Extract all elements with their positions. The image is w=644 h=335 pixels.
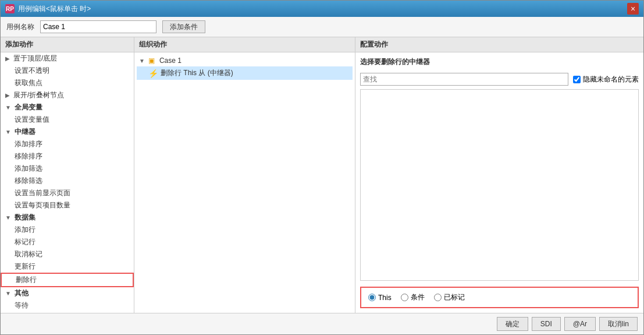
tree-item-unmark-row[interactable]: 取消标记 [1,248,134,260]
add-condition-button[interactable]: 添加条件 [162,20,205,33]
action-delete-row-item[interactable]: ⚡ 删除行 This 从 (中继器) [137,66,353,80]
tree-item-label: 添加行 [15,225,35,235]
tree-item-set-var[interactable]: 设置变量值 [1,114,134,126]
tree-item-label: 删除行 [16,275,37,285]
tree-item-remove-filter[interactable]: 移除筛选 [1,175,134,187]
hide-unnamed-checkbox[interactable] [573,76,581,83]
radio-marked[interactable] [434,294,442,301]
tree-item-delete-row[interactable]: 删除行 [1,273,134,287]
hide-unnamed-checkbox-label[interactable]: 隐藏未命名的元素 [573,75,639,84]
group-label: 数据集 [15,213,35,223]
radio-this-text: This [378,294,392,302]
tree-item-label: 置于顶层/底层 [13,54,57,64]
radio-condition[interactable] [401,294,408,301]
case-name-label: 用例名称 [6,22,34,32]
tree-item-label: 设置当前显示页面 [15,188,70,198]
tree-item-expand-collapse[interactable]: ▶ 展开/折叠树节点 [1,89,134,101]
tree-item-add-sort[interactable]: 添加排序 [1,138,134,150]
tree-item-opacity[interactable]: 设置不透明 [1,65,134,77]
middle-panel-header: 组织动作 [134,37,355,52]
tree-group-others[interactable]: ▼ 其他 [1,287,134,299]
tree-item-add-filter[interactable]: 添加筛选 [1,163,134,175]
collapse-icon: ▼ [5,129,11,135]
ar-button[interactable]: @Ar [564,317,596,331]
search-input[interactable] [360,73,568,86]
right-panel: 配置动作 选择要删除行的中继器 隐藏未命名的元素 This [355,37,643,313]
tree-group-dataset[interactable]: ▼ 数据集 [1,211,134,224]
toolbar: 用例名称 添加条件 [1,17,643,37]
bottom-bar: 确定 SDI @Ar 取消lin [1,313,643,334]
folder-icon: ▣ [148,57,155,65]
tree-item-label: 移除排序 [15,151,42,161]
tree-item-label: 展开/折叠树节点 [13,90,64,100]
tree-item-label: 设置每页项目数量 [15,200,70,210]
cancel-button[interactable]: 取消lin [599,317,638,331]
tree-item-top-layer[interactable]: ▶ 置于顶层/底层 [1,52,134,65]
collapse-icon: ▼ [5,214,11,221]
tree-group-relay[interactable]: ▼ 中继器 [1,126,134,138]
tree-item-set-page[interactable]: 设置当前显示页面 [1,187,134,199]
tree-item-wait[interactable]: 等待 [1,299,134,312]
tree-item-label: 设置不透明 [15,66,49,76]
tree-item-label: 等待 [15,301,29,311]
tree-item-label: 添加排序 [15,139,42,149]
tree-item-mark-row[interactable]: 标记行 [1,236,134,248]
main-window: RP 用例编辑<鼠标单击 时> × 用例名称 添加条件 添加动作 ▶ 置于顶层/… [0,0,644,335]
tree-item-label: 获取焦点 [15,78,42,88]
title-bar-text: 用例编辑<鼠标单击 时> [18,4,627,14]
radio-this-label[interactable]: This [368,294,392,302]
expand-icon: ▶ [5,92,10,98]
lightning-icon: ⚡ [148,69,158,78]
collapse-icon: ▼ [5,290,11,297]
right-panel-header: 配置动作 [355,37,643,52]
tree-item-focus[interactable]: 获取焦点 [1,77,134,89]
middle-panel: 组织动作 ▼ ▣ Case 1 ⚡ 删除行 This 从 (中继器) [134,37,355,313]
group-label: 其他 [15,288,29,298]
confirm-button[interactable]: 确定 [497,317,528,331]
left-panel-content[interactable]: ▶ 置于顶层/底层 设置不透明 获取焦点 ▶ 展开/折叠树节点 ▼ 全局变量 [1,52,134,313]
tree-item-label: 标记行 [15,237,35,247]
radio-this[interactable] [368,294,376,301]
close-button[interactable]: × [627,3,639,15]
radio-marked-label[interactable]: 已标记 [434,292,465,302]
tree-item-set-items-per-page[interactable]: 设置每页项目数量 [1,199,134,211]
case-name-input[interactable] [40,20,156,33]
search-row: 隐藏未命名的元素 [360,73,639,86]
main-area: 添加动作 ▶ 置于顶层/底层 设置不透明 获取焦点 ▶ 展开/折叠树节点 ▼ [1,37,643,313]
collapse-icon: ▼ [5,104,11,111]
app-icon: RP [5,4,15,13]
action-item-label: 删除行 This 从 (中继器) [161,68,233,78]
tree-item-label: 移除筛选 [15,176,42,186]
left-panel-header: 添加动作 [1,37,134,52]
tree-item-label: 设置变量值 [15,115,49,125]
right-panel-content: 选择要删除行的中继器 隐藏未命名的元素 This [355,52,643,313]
left-panel: 添加动作 ▶ 置于顶层/底层 设置不透明 获取焦点 ▶ 展开/折叠树节点 ▼ [1,37,134,313]
tree-item-label: 取消标记 [15,249,42,259]
action-case-group: ▼ ▣ Case 1 [137,55,353,66]
radio-condition-label[interactable]: 条件 [401,292,425,302]
tree-item-label: 添加筛选 [15,164,42,174]
radio-marked-text: 已标记 [444,292,465,302]
sdi-button[interactable]: SDI [532,317,561,331]
tree-item-update-row[interactable]: 更新行 [1,260,134,273]
title-bar: RP 用例编辑<鼠标单击 时> × [1,1,643,17]
collapse-icon: ▼ [139,58,145,64]
expand-icon: ▶ [5,55,10,62]
middle-panel-content: ▼ ▣ Case 1 ⚡ 删除行 This 从 (中继器) [134,52,355,313]
radio-condition-text: 条件 [411,292,425,302]
hide-unnamed-label: 隐藏未命名的元素 [583,75,639,84]
case-group-label: Case 1 [159,57,182,65]
tree-item-label: 更新行 [15,262,35,271]
tree-group-global-vars[interactable]: ▼ 全局变量 [1,101,134,114]
group-label: 中继器 [15,127,35,137]
relay-list[interactable] [360,89,639,281]
config-sub-header: 选择要删除行的中继器 [360,57,639,67]
group-label: 全局变量 [15,103,42,112]
radio-options-row: This 条件 已标记 [360,287,639,308]
tree-item-add-row[interactable]: 添加行 [1,224,134,236]
tree-item-remove-sort[interactable]: 移除排序 [1,150,134,163]
